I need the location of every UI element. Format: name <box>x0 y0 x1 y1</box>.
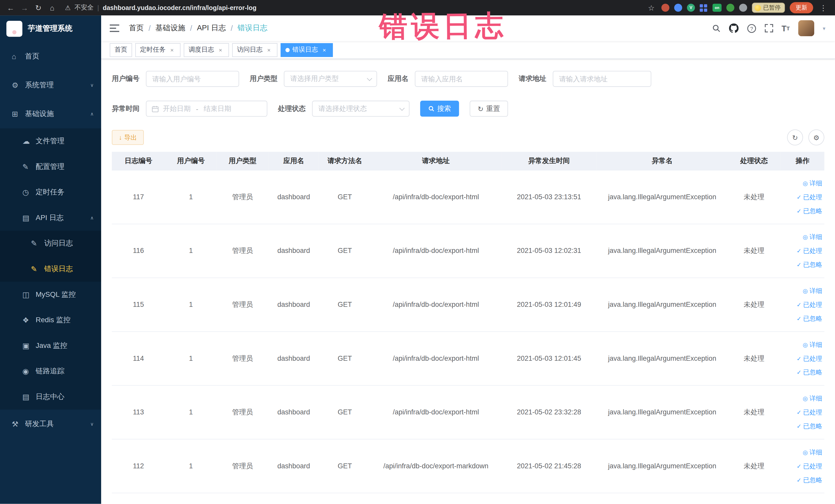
sidebar-item-mysql-monitor[interactable]: ◫ MySQL 监控 <box>0 282 101 307</box>
sidebar-item-access-log[interactable]: ✎ 访问日志 <box>0 230 101 256</box>
extension-grid-icon[interactable] <box>700 4 708 12</box>
browser-home-icon[interactable]: ⌂ <box>47 3 58 12</box>
detail-link[interactable]: ◎详细 <box>803 177 822 189</box>
detail-link[interactable]: ◎详细 <box>803 392 822 404</box>
sidebar-item-redis-monitor[interactable]: ❖ Redis 监控 <box>0 307 101 333</box>
export-button[interactable]: ↓ 导出 <box>112 130 144 145</box>
sidebar-item-java-monitor[interactable]: ▣ Java 监控 <box>0 333 101 359</box>
sidebar-item-file-management[interactable]: ☁ 文件管理 <box>0 128 101 154</box>
extension-icon[interactable] <box>739 4 747 12</box>
processed-link[interactable]: ✓已处理 <box>796 406 822 418</box>
tab-access-log[interactable]: 访问日志 × <box>232 43 278 57</box>
col-user-type[interactable]: 用户类型 <box>217 152 268 170</box>
detail-link[interactable]: ◎详细 <box>803 285 822 297</box>
tab-error-log[interactable]: 错误日志 × <box>281 43 333 57</box>
refresh-table-button[interactable]: ↻ <box>787 129 803 145</box>
help-icon[interactable]: ? <box>747 24 756 33</box>
sidebar-item-dev-tools[interactable]: ⚒ 研发工具 ∨ <box>0 409 101 438</box>
ignored-link[interactable]: ✓已忽略 <box>796 205 822 217</box>
close-icon[interactable]: × <box>265 47 272 53</box>
back-icon[interactable]: ← <box>5 3 16 12</box>
app-name-input[interactable] <box>415 71 508 87</box>
reload-icon[interactable]: ↻ <box>33 3 44 12</box>
col-user-id[interactable]: 用户编号 <box>165 152 217 170</box>
sidebar-item-home[interactable]: ⌂ 首页 <box>0 42 101 71</box>
caret-down-icon[interactable]: ▾ <box>823 25 825 31</box>
detail-link[interactable]: ◎详细 <box>803 338 822 350</box>
kebab-menu-icon[interactable]: ⋮ <box>818 3 829 12</box>
extension-icon[interactable] <box>661 4 669 12</box>
start-date-placeholder[interactable]: 开始日期 <box>163 104 191 114</box>
search-icon[interactable] <box>712 24 720 32</box>
sidebar-item-log-center[interactable]: ▤ 日志中心 <box>0 384 101 410</box>
app-logo: 芋道管理系统 <box>0 15 101 42</box>
tab-home[interactable]: 首页 <box>109 43 132 57</box>
tab-scheduled-tasks[interactable]: 定时任务 × <box>135 43 180 57</box>
tab-label: 调度日志 <box>188 45 214 54</box>
processed-link[interactable]: ✓已处理 <box>796 460 822 472</box>
date-range-picker[interactable]: 开始日期 - 结束日期 <box>146 101 267 117</box>
detail-link[interactable]: ◎详细 <box>803 231 822 243</box>
close-icon[interactable]: × <box>217 47 224 53</box>
close-icon[interactable]: × <box>168 47 176 53</box>
fullscreen-icon[interactable] <box>765 24 773 32</box>
extension-icon[interactable] <box>727 4 734 12</box>
ignored-link[interactable]: ✓已忽略 <box>796 259 822 270</box>
col-app-name[interactable]: 应用名 <box>268 152 319 170</box>
browser-update-button[interactable]: 更新 <box>790 2 813 13</box>
font-size-icon[interactable]: TT <box>781 24 790 33</box>
sidebar-item-system-management[interactable]: ⚙ 系统管理 ∨ <box>0 71 101 100</box>
reset-button[interactable]: ↻ 重置 <box>470 101 508 117</box>
col-exception-time[interactable]: 异常发生时间 <box>501 152 597 170</box>
detail-link[interactable]: ◎详细 <box>803 446 822 458</box>
col-status[interactable]: 处理状态 <box>728 152 780 170</box>
ignored-link[interactable]: ✓已忽略 <box>796 474 822 485</box>
sidebar-item-infrastructure[interactable]: ⊞ 基础设施 ∧ <box>0 100 101 128</box>
sidebar-item-error-log[interactable]: ✎ 错误日志 <box>0 256 101 282</box>
processed-link[interactable]: ✓已处理 <box>796 352 822 364</box>
col-log-id[interactable]: 日志编号 <box>112 152 165 170</box>
ignored-link[interactable]: ✓已忽略 <box>796 313 822 324</box>
breadcrumb-item-infrastructure[interactable]: 基础设施 <box>156 23 185 33</box>
ignored-link[interactable]: ✓已忽略 <box>796 420 822 432</box>
processed-label: 已处理 <box>803 406 822 418</box>
col-exception-name[interactable]: 异常名 <box>597 152 728 170</box>
hamburger-icon[interactable] <box>109 24 119 32</box>
breadcrumb-item-home[interactable]: 首页 <box>129 23 144 33</box>
detail-label: 详细 <box>809 392 822 404</box>
extension-icon[interactable]: on <box>713 4 721 12</box>
end-date-placeholder[interactable]: 结束日期 <box>204 104 231 114</box>
processed-link[interactable]: ✓已处理 <box>796 299 822 310</box>
close-icon[interactable]: × <box>321 47 328 53</box>
ignored-link[interactable]: ✓已忽略 <box>796 366 822 378</box>
col-request-url[interactable]: 请求地址 <box>371 152 501 170</box>
status-select[interactable]: 请选择处理状态 <box>312 101 410 117</box>
col-method[interactable]: 请求方法名 <box>319 152 371 170</box>
extension-icon[interactable]: V <box>687 4 695 12</box>
avatar[interactable] <box>798 20 814 36</box>
user-type-select[interactable]: 请选择用户类型 <box>284 71 377 87</box>
table-row: 112 1 管理员 dashboard GET /api/infra/db-do… <box>112 439 824 493</box>
column-settings-button[interactable]: ⚙ <box>808 129 824 145</box>
sidebar-item-scheduled-tasks[interactable]: ◷ 定时任务 <box>0 180 101 205</box>
github-icon[interactable] <box>729 23 738 33</box>
request-url-input[interactable] <box>553 71 651 87</box>
sidebar-item-label: 链路追踪 <box>36 366 64 376</box>
processed-link[interactable]: ✓已处理 <box>796 191 822 203</box>
extension-icon[interactable] <box>674 4 682 12</box>
forward-icon[interactable]: → <box>19 3 30 12</box>
cell-log-id: 117 <box>112 170 165 224</box>
address-bar[interactable]: ⚠ 不安全 | dashboard.yudao.iocoder.cn/infra… <box>65 3 643 12</box>
search-button[interactable]: 搜索 <box>420 101 459 117</box>
col-actions[interactable]: 操作 <box>780 152 824 170</box>
sidebar-item-trace[interactable]: ◉ 链路追踪 <box>0 358 101 384</box>
breadcrumb-item-api-log[interactable]: API 日志 <box>197 23 226 33</box>
processed-link[interactable]: ✓已处理 <box>796 245 822 257</box>
tab-dispatch-log[interactable]: 调度日志 × <box>184 43 229 57</box>
paused-extension-badge[interactable]: 已暂停 <box>752 3 785 13</box>
user-id-input[interactable] <box>146 71 239 87</box>
sidebar-item-config-management[interactable]: ✎ 配置管理 <box>0 154 101 180</box>
log-center-icon: ▤ <box>22 392 36 401</box>
bookmark-star-icon[interactable]: ☆ <box>646 3 656 12</box>
sidebar-item-api-log[interactable]: ▤ API 日志 ∧ <box>0 205 101 231</box>
